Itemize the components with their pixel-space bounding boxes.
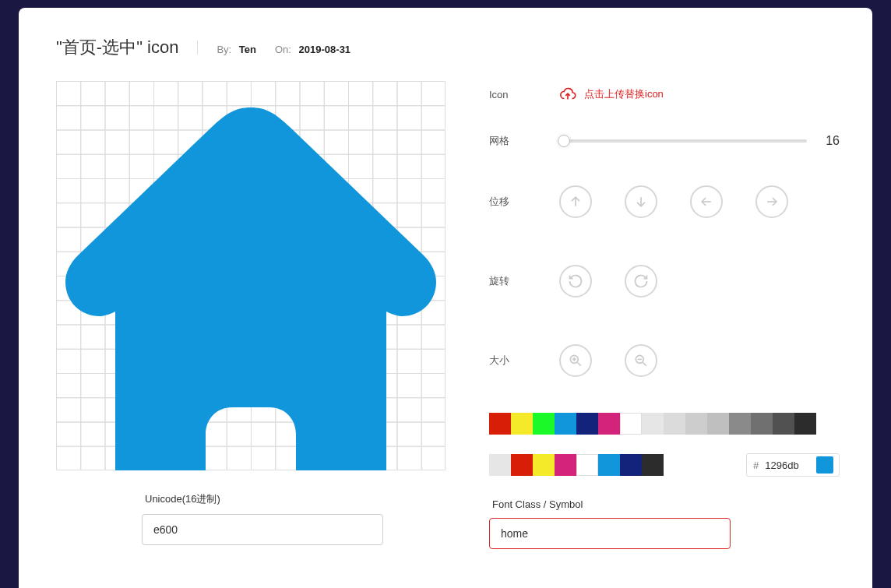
zoom-in-icon [568,353,583,368]
unicode-label: Unicode(16进制) [145,492,446,506]
hex-input[interactable] [765,459,810,471]
color-swatch[interactable] [751,413,773,435]
color-swatch[interactable] [773,413,794,435]
by-value: Ten [239,44,256,55]
arrow-left-icon [699,194,714,209]
by-label: By: [217,44,231,55]
page-title: "首页-选中" icon [56,36,178,59]
upload-text: 点击上传替换icon [584,87,664,101]
row-size: 大小 [489,344,840,377]
left-column: Unicode(16进制) [56,81,446,549]
grid-value: 16 [818,134,840,148]
color-swatch[interactable] [533,454,555,476]
arrow-right-icon [764,194,780,209]
color-swatch[interactable] [533,413,555,435]
color-swatch[interactable] [576,413,598,435]
color-swatch[interactable] [620,413,642,435]
shift-label: 位移 [489,195,559,209]
grid-slider-wrap: 16 [559,134,840,148]
on-label: On: [275,44,291,55]
shift-left-button[interactable] [690,185,723,218]
color-swatch[interactable] [620,454,642,476]
rotate-ccw-icon [633,273,649,289]
header: "首页-选中" icon By: Ten On: 2019-08-31 [56,36,835,59]
hash-prefix: # [753,459,759,471]
shift-up-button[interactable] [559,185,592,218]
home-icon [56,81,446,470]
meta-by: By: Ten [217,44,256,55]
color-swatch[interactable] [642,454,664,476]
color-preview-swatch [816,456,833,474]
shift-down-button[interactable] [625,185,657,218]
right-column: Icon 点击上传替换icon 网格 16 [489,81,840,549]
color-swatch[interactable] [642,413,664,435]
color-swatch[interactable] [729,413,751,435]
fontclass-input[interactable] [489,518,731,549]
row-icon: Icon 点击上传替换icon [489,86,840,103]
grid-slider-thumb[interactable] [558,135,570,147]
rotate-ccw-button[interactable] [625,265,657,298]
icon-canvas[interactable] [56,81,446,470]
color-swatch[interactable] [598,454,620,476]
grid-label: 网格 [489,134,559,148]
color-swatch[interactable] [511,454,533,476]
unicode-field: Unicode(16进制) [142,492,446,545]
row-rotate: 旋转 [489,265,840,298]
palette-preset [489,413,840,435]
color-swatch[interactable] [707,413,729,435]
palette-recent [489,454,664,476]
editor-panel: "首页-选中" icon By: Ten On: 2019-08-31 Unic… [19,8,872,588]
grid-slider[interactable] [559,139,807,143]
meta-on: On: 2019-08-31 [275,44,350,55]
icon-label: Icon [489,89,559,100]
divider [197,40,198,55]
size-label: 大小 [489,354,559,368]
fontclass-label: Font Class / Symbol [492,498,840,510]
upload-button[interactable]: 点击上传替换icon [559,86,664,103]
rotate-label: 旋转 [489,274,559,288]
color-swatch[interactable] [511,413,533,435]
arrow-down-icon [633,194,649,209]
color-swatch[interactable] [489,454,511,476]
rotate-cw-button[interactable] [559,265,592,298]
row-grid: 网格 16 [489,134,840,148]
color-swatch[interactable] [794,413,816,435]
zoom-in-button[interactable] [559,344,592,377]
shift-buttons [559,185,788,218]
zoom-out-button[interactable] [625,344,657,377]
body: Unicode(16进制) Icon 点击上传替换icon 网格 [56,81,835,549]
size-buttons [559,344,657,377]
cloud-upload-icon [559,86,576,103]
color-swatch[interactable] [598,413,620,435]
color-swatch[interactable] [489,413,511,435]
color-swatch[interactable] [685,413,707,435]
unicode-input[interactable] [142,514,383,545]
palette-recent-row: # [489,453,840,477]
shift-right-button[interactable] [755,185,788,218]
zoom-out-icon [633,353,649,368]
on-value: 2019-08-31 [299,44,351,55]
rotate-cw-icon [568,273,583,289]
color-swatch[interactable] [576,454,598,476]
rotate-buttons [559,265,657,298]
color-swatch[interactable] [555,413,576,435]
color-swatch[interactable] [664,413,685,435]
arrow-up-icon [568,194,583,209]
color-swatch[interactable] [555,454,576,476]
row-shift: 位移 [489,185,840,218]
fontclass-field: Font Class / Symbol [489,498,840,549]
color-hex-input[interactable]: # [746,453,840,477]
